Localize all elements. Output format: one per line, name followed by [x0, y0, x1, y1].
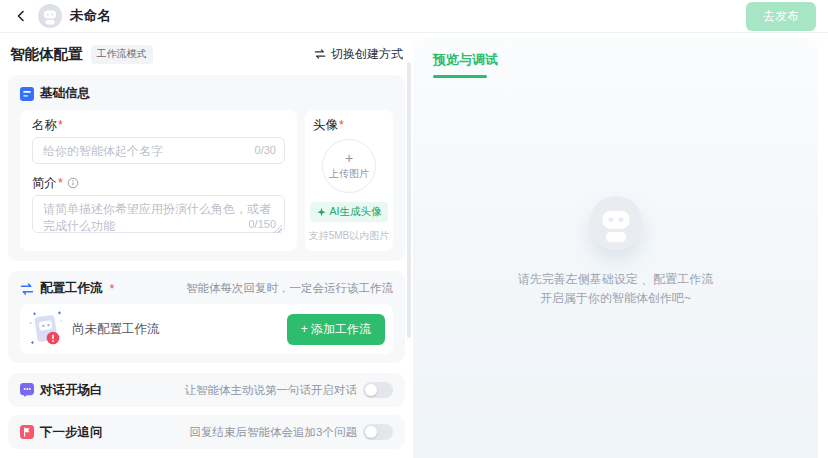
agent-avatar-robot-icon	[38, 4, 62, 28]
required-mark: *	[58, 176, 63, 190]
intro-counter: 0/150	[248, 218, 276, 230]
opening-remarks-hint: 让智能体主动说第一句话开启对话	[185, 383, 358, 398]
workflow-card: 配置工作流* 智能体每次回复时，一定会运行该工作流	[8, 271, 405, 363]
swap-icon	[314, 48, 326, 60]
name-label: 名称*	[32, 117, 285, 133]
config-header: 智能体配置 工作流模式 切换创建方式	[8, 42, 405, 66]
sparkle-icon	[317, 208, 326, 217]
required-mark: *	[58, 118, 63, 132]
left-panel-scrollbar[interactable]	[407, 62, 411, 338]
preview-empty-state: 请先完善左侧基础设定 、配置工作流 开启属于你的智能体创作吧~	[413, 196, 818, 308]
switch-create-mode-button[interactable]: 切换创建方式	[314, 46, 403, 63]
ai-generate-avatar-button[interactable]: AI生成头像	[310, 202, 389, 222]
resize-grip-icon[interactable]	[274, 225, 282, 233]
basic-info-card: 基础信息 名称* 0/30 简介*	[8, 75, 405, 261]
top-bar: 未命名 去发布	[0, 0, 828, 33]
followup-questions-card: 下一步追问 回复结束后智能体会追加3个问题	[8, 415, 405, 449]
workflow-icon	[20, 282, 34, 296]
publish-button[interactable]: 去发布	[746, 2, 816, 31]
workflow-empty-illustration	[26, 309, 66, 349]
workflow-empty-row: 尚未配置工作流 + 添加工作流	[20, 304, 393, 354]
upload-label: 上传图片	[329, 167, 369, 181]
workflow-header: 配置工作流* 智能体每次回复时，一定会运行该工作流	[20, 280, 393, 297]
workflow-hint: 智能体每次回复时，一定会运行该工作流	[186, 281, 393, 296]
basic-info-header: 基础信息	[20, 85, 393, 102]
add-workflow-button[interactable]: + 添加工作流	[287, 314, 385, 345]
flag-icon	[20, 425, 34, 439]
basic-info-title: 基础信息	[40, 85, 90, 102]
avatar-card: 头像* + 上传图片 AI生成头像 支持5MB以内图片	[305, 110, 393, 251]
page-title: 未命名	[70, 7, 111, 25]
name-intro-card: 名称* 0/30 简介* 0/150	[20, 110, 297, 251]
opening-remarks-toggle[interactable]	[363, 382, 393, 398]
intro-textarea[interactable]	[32, 195, 285, 233]
preview-panel: 预览与调试 请先完善左侧基础设定 、配置工作流 开启属于你的智能体创作吧~	[413, 38, 818, 458]
avatar-label: 头像*	[313, 117, 344, 133]
intro-label: 简介*	[32, 175, 285, 191]
plus-icon: +	[345, 151, 353, 165]
upload-avatar-button[interactable]: + 上传图片	[322, 139, 376, 193]
chat-bubble-icon	[20, 383, 34, 397]
back-button[interactable]	[12, 7, 30, 25]
app-window: 未命名 去发布 智能体配置 工作流模式 切换创建方式 基础信息 名称*	[0, 0, 828, 458]
followup-questions-title: 下一步追问	[40, 424, 103, 441]
avatar-hint: 支持5MB以内图片	[309, 229, 390, 243]
chevron-left-icon	[14, 9, 28, 23]
agent-config-panel: 智能体配置 工作流模式 切换创建方式 基础信息 名称* 0/	[8, 33, 405, 458]
name-input[interactable]	[32, 137, 285, 164]
followup-questions-toggle[interactable]	[363, 424, 393, 440]
tab-active-underline	[433, 75, 487, 78]
empty-state-line1: 请先完善左侧基础设定 、配置工作流	[413, 270, 818, 289]
workflow-title: 配置工作流	[40, 280, 103, 297]
name-counter: 0/30	[255, 144, 276, 156]
workflow-mode-tag: 工作流模式	[91, 45, 153, 64]
panel-title: 智能体配置	[10, 45, 83, 64]
empty-state-line2: 开启属于你的智能体创作吧~	[413, 289, 818, 308]
tab-preview-debug[interactable]: 预览与调试	[413, 38, 518, 78]
opening-remarks-card: 对话开场白 让智能体主动说第一句话开启对话	[8, 373, 405, 407]
required-mark: *	[339, 118, 344, 132]
form-icon	[20, 87, 34, 101]
switch-create-mode-label: 切换创建方式	[331, 46, 403, 63]
followup-questions-hint: 回复结束后智能体会追加3个问题	[190, 425, 357, 440]
opening-remarks-title: 对话开场白	[40, 382, 103, 399]
workflow-empty-label: 尚未配置工作流	[72, 321, 160, 338]
tab-preview-debug-label: 预览与调试	[433, 51, 498, 69]
required-mark: *	[110, 282, 115, 296]
info-icon[interactable]	[67, 177, 79, 189]
robot-placeholder-icon	[589, 196, 643, 250]
